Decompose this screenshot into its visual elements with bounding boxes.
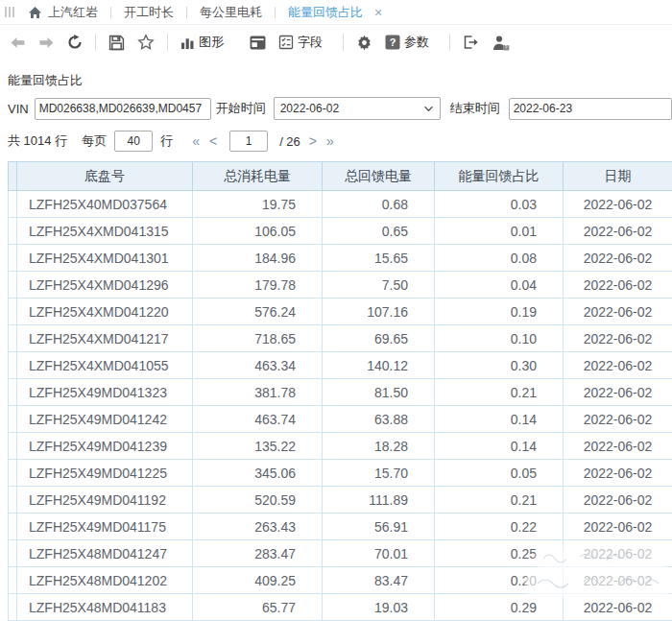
table-row[interactable]: LZFH25X49MD041242 463.74 63.88 0.14 2022… [9, 406, 672, 433]
page-number-input[interactable] [229, 131, 268, 152]
vin-input[interactable] [35, 98, 211, 120]
cell-ratio: 0.25 [435, 540, 564, 567]
column-header-chassis[interactable]: 底盘号 [17, 162, 193, 191]
cell-feedback: 63.88 [323, 406, 435, 433]
tab-work-duration[interactable]: 开工时长 [120, 4, 178, 21]
per-page-input[interactable] [114, 131, 153, 152]
toolbar-separator [167, 34, 168, 51]
page-title: 能量回馈占比 [8, 72, 672, 88]
refresh-button[interactable] [67, 35, 83, 50]
cell-ratio: 0.04 [435, 272, 564, 299]
report-panel-icon [250, 36, 266, 50]
cell-date: 2022-06-02 [564, 487, 672, 514]
end-time-input[interactable] [509, 98, 672, 120]
chart-button[interactable]: 图形 [180, 34, 224, 51]
cell-feedback: 69.65 [323, 325, 435, 352]
cell-date: 2022-06-02 [564, 218, 672, 245]
row-gutter [9, 433, 17, 460]
tab-separator [186, 7, 187, 18]
table-row[interactable]: LZFH25X4XMD041315 106.05 0.65 0.01 2022-… [9, 218, 672, 245]
column-header-consumed[interactable]: 总消耗电量 [193, 162, 323, 191]
cell-consumed: 345.06 [193, 460, 323, 487]
toolbar: 图形 字段 ? 参数 ? [0, 25, 672, 60]
cell-ratio: 0.22 [435, 514, 564, 540]
cell-chassis: LZFH25X49MD041323 [17, 379, 193, 406]
cell-consumed: 19.75 [193, 191, 323, 218]
pagination-bar: 共 1014 行 每页 行 « < / 26 > » [8, 130, 672, 153]
next-page-button[interactable]: > [304, 133, 322, 149]
cell-feedback: 140.12 [323, 352, 435, 379]
fields-button[interactable]: 字段 [278, 34, 323, 51]
back-button[interactable] [10, 36, 26, 49]
cell-ratio: 0.10 [435, 325, 564, 352]
cell-ratio: 0.03 [435, 191, 564, 218]
prev-page-button[interactable]: < [204, 133, 222, 149]
save-button[interactable] [108, 35, 125, 51]
cell-consumed: 463.34 [193, 352, 323, 379]
chevron-down-icon [423, 102, 434, 115]
table-row[interactable]: LZFH25X49MD041175 263.43 56.91 0.22 2022… [9, 514, 672, 540]
grip-icon[interactable] [5, 7, 14, 17]
page-total-text: / 26 [279, 134, 300, 149]
tab-label: 每公里电耗 [200, 4, 262, 21]
table-row[interactable]: LZFH25X49MD041323 381.78 81.50 0.21 2022… [9, 379, 672, 406]
table-row[interactable]: LZFH25X40MD037564 19.75 0.68 0.03 2022-0… [9, 191, 672, 218]
cell-ratio: 0.21 [435, 379, 564, 406]
data-grid: 底盘号 总消耗电量 总回馈电量 能量回馈占比 日期 LZFH25X40MD037… [8, 161, 672, 621]
cell-consumed: 381.78 [193, 379, 323, 406]
cell-date: 2022-06-02 [564, 352, 672, 379]
cell-feedback: 7.50 [323, 272, 435, 299]
table-row[interactable]: LZFH25X4XMD041217 718.65 69.65 0.10 2022… [9, 325, 672, 352]
chart-button-label: 图形 [199, 34, 224, 51]
column-header-ratio[interactable]: 能量回馈占比 [435, 162, 564, 191]
cell-consumed: 409.25 [193, 567, 323, 594]
column-header-date[interactable]: 日期 [564, 162, 672, 191]
last-page-button[interactable]: » [322, 133, 339, 149]
table-row[interactable]: LZFH25X48MD041202 409.25 83.47 0.20 2022… [9, 567, 672, 594]
tab-label: 能量回馈占比 [288, 4, 363, 21]
column-header-feedback[interactable]: 总回馈电量 [323, 162, 435, 191]
table-row[interactable]: LZFH25X49MD041239 135.22 18.28 0.14 2022… [9, 433, 672, 460]
cell-feedback: 0.68 [323, 191, 435, 218]
rows-unit-label: 行 [160, 132, 173, 150]
table-row[interactable]: LZFH25X4XMD041301 184.96 15.65 0.08 2022… [9, 245, 672, 272]
table-row[interactable]: LZFH25X4XMD041296 179.78 7.50 0.04 2022-… [9, 272, 672, 299]
tab-energy-feedback-ratio[interactable]: 能量回馈占比 × [284, 4, 386, 21]
home-icon [28, 6, 42, 19]
first-page-button[interactable]: « [187, 133, 204, 149]
table-row[interactable]: LZFH25X49MD041225 345.06 15.70 0.05 2022… [9, 460, 672, 487]
start-time-select[interactable]: 2022-06-02 [274, 97, 441, 120]
table-row[interactable]: LZFH25X49MD041192 520.59 111.89 0.21 202… [9, 487, 672, 514]
cell-ratio: 0.14 [435, 406, 564, 433]
arrow-right-icon [38, 36, 55, 49]
cell-ratio: 0.19 [435, 299, 564, 325]
settings-button[interactable] [356, 35, 372, 51]
cell-consumed: 463.74 [193, 406, 323, 433]
cell-date: 2022-06-02 [564, 379, 672, 406]
cell-date: 2022-06-02 [564, 272, 672, 299]
cell-consumed: 106.05 [193, 218, 323, 245]
close-icon[interactable]: × [374, 5, 382, 20]
table-row[interactable]: LZFH25X4XMD041220 576.24 107.16 0.19 202… [9, 299, 672, 325]
cell-date: 2022-06-02 [564, 325, 672, 352]
save-icon [108, 35, 125, 51]
table-row[interactable]: LZFH25X48MD041247 283.47 70.01 0.25 2022… [9, 540, 672, 567]
start-time-value: 2022-06-02 [280, 102, 339, 115]
forward-button[interactable] [38, 36, 55, 49]
cell-ratio: 0.30 [435, 352, 564, 379]
favorite-button[interactable] [137, 34, 155, 51]
vin-label: VIN [8, 102, 29, 116]
user-button[interactable]: ? [492, 35, 510, 51]
params-button[interactable]: ? 参数 [385, 34, 429, 51]
toolbar-separator [95, 34, 96, 51]
panel-button[interactable] [250, 36, 266, 50]
cell-consumed: 283.47 [193, 540, 323, 567]
export-button[interactable] [463, 35, 479, 50]
cell-date: 2022-06-02 [564, 594, 672, 621]
table-row[interactable]: LZFH25X4XMD041055 463.34 140.12 0.30 202… [9, 352, 672, 379]
cell-ratio: 0.14 [435, 433, 564, 460]
table-row[interactable]: LZFH25X48MD041183 65.77 19.03 0.29 2022-… [9, 594, 672, 621]
tab-home[interactable]: 上汽红岩 [24, 4, 102, 21]
tab-energy-per-km[interactable]: 每公里电耗 [196, 4, 266, 21]
cell-ratio: 0.29 [435, 594, 564, 621]
